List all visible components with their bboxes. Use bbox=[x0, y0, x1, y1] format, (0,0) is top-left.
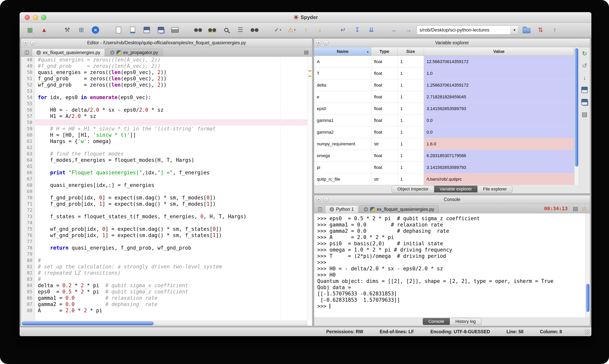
cell-value[interactable]: 12.566370614359172 bbox=[424, 56, 574, 67]
variable-row[interactable]: omegafloat16.283185307179586 bbox=[314, 150, 574, 162]
code-line[interactable]: 69 bbox=[21, 188, 312, 195]
console-tab-history-log[interactable]: History log bbox=[450, 318, 481, 325]
code-line[interactable]: 66 print "Floquet quasienergies[",idx,"]… bbox=[21, 169, 312, 176]
combo-dropdown-icon[interactable]: ▾ bbox=[510, 26, 518, 34]
variable-row[interactable]: pifloat13.141592653589793 bbox=[314, 162, 574, 173]
console-prompt-line[interactable]: >>> bbox=[317, 303, 585, 309]
forward-button[interactable]: → bbox=[404, 25, 413, 35]
cell-value[interactable]: 0.0 bbox=[424, 115, 574, 126]
previous-warning-button[interactable]: ↑ bbox=[301, 25, 310, 35]
cell-value[interactable]: 1.0 bbox=[424, 68, 574, 79]
cell-value[interactable]: 1.2566370614359172 bbox=[424, 79, 574, 91]
code-line[interactable]: 48#quasi_energies = zeros((len(A_vec), 2… bbox=[21, 57, 312, 63]
zoom-window-button[interactable] bbox=[41, 15, 46, 20]
run-cell-button[interactable]: ↧ bbox=[353, 25, 362, 35]
scrollbar-thumb[interactable] bbox=[586, 284, 589, 312]
code-line[interactable]: 75 wf_gnd_prob[idx, 0] = expect(sm.dag()… bbox=[21, 226, 312, 232]
code-line[interactable]: 65 bbox=[21, 163, 312, 169]
code-line[interactable]: 63 # find the floquet modes bbox=[21, 151, 312, 157]
variable-explorer-close-button[interactable]: × bbox=[316, 40, 321, 45]
pythonpath-manager-button[interactable]: ⊞ bbox=[77, 25, 86, 35]
cell-value[interactable]: 1.6.0 bbox=[424, 138, 574, 150]
code-line[interactable]: 78 return quasi_energies, f_gnd_prob, wf… bbox=[21, 245, 312, 251]
quit-button[interactable]: × bbox=[91, 25, 100, 35]
preferences-button[interactable]: ⚒ bbox=[63, 25, 72, 35]
code-line[interactable]: 86gamma1 = 0.0 # relaxation rate bbox=[21, 295, 312, 301]
variable-row[interactable]: gamma1float10.0 bbox=[314, 115, 574, 126]
console-tab-console[interactable]: Console bbox=[423, 318, 450, 325]
code-line[interactable]: 59 # H = H0 + H1 * sin(w * t) in the 'li… bbox=[21, 126, 312, 132]
set-console-directory-button[interactable]: ⇅ bbox=[536, 25, 545, 35]
editor-tab[interactable]: ×ex_propagator.py bbox=[106, 49, 163, 56]
cell-value[interactable]: 3.141592653589793 bbox=[424, 162, 574, 173]
code-line[interactable]: 51f_gnd_prob = zeros((len(eps0_vec), 2)) bbox=[21, 76, 312, 82]
code-line[interactable]: 70 f_gnd_prob[idx, 0] = expect(sm.dag() … bbox=[21, 195, 312, 201]
editor-scrollflag-area[interactable] bbox=[307, 57, 312, 321]
open-directory-button[interactable] bbox=[522, 25, 531, 35]
refresh-periodic-button[interactable]: ↺ bbox=[581, 62, 588, 70]
editor-horizontal-scrollbar[interactable] bbox=[21, 321, 307, 326]
column-header-name[interactable]: Name▲ bbox=[314, 47, 371, 56]
code-line[interactable]: 83# bbox=[21, 276, 312, 282]
parent-directory-button[interactable]: ↑ bbox=[550, 25, 559, 35]
warnings-list-button[interactable]: ⚠▾ bbox=[287, 25, 296, 35]
console-browse-tabs-button[interactable]: ◫ bbox=[316, 205, 324, 213]
code-line[interactable]: 64 f_modes,f_energies = floquet_modes(H,… bbox=[21, 157, 312, 163]
code-editor[interactable]: 48#quasi_energies = zeros((len(A_vec), 2… bbox=[21, 57, 312, 326]
variable-table-scrollbar[interactable] bbox=[574, 47, 579, 185]
column-header-value[interactable]: Value bbox=[424, 47, 574, 56]
warning-flag[interactable] bbox=[308, 76, 311, 77]
next-warning-button[interactable]: ↓ bbox=[315, 25, 324, 35]
code-line[interactable]: 82# (repeated LZ transitions) bbox=[21, 270, 312, 276]
code-line[interactable]: 76 wf_gnd_prob[idx, 1] = expect(sm.dag()… bbox=[21, 232, 312, 238]
code-line[interactable]: 87gamma2 = 0.0 # dephasing rate bbox=[21, 301, 312, 307]
code-line[interactable]: 73 f_states = floquet_states_t(f_modes, … bbox=[21, 213, 312, 220]
code-line[interactable]: 88A = 2.0 * 2 * pi bbox=[21, 307, 312, 314]
tab-close-icon[interactable]: × bbox=[37, 50, 41, 55]
pane-tab-file-explorer[interactable]: File explorer bbox=[478, 185, 512, 193]
code-line[interactable]: 74 bbox=[21, 220, 312, 226]
working-directory-combobox[interactable]: s/rob/Desktop/sci-python-lectures ▾ bbox=[416, 26, 518, 35]
code-line[interactable]: 62 bbox=[21, 144, 312, 151]
minimize-window-button[interactable] bbox=[33, 15, 38, 20]
pane-tab-variable-explorer[interactable]: Variable explorer bbox=[434, 185, 478, 193]
code-line[interactable]: 60 H = [H0, [H1, 'sin(w * t)']] bbox=[21, 132, 312, 138]
save-data-as-button[interactable] bbox=[581, 98, 588, 106]
code-line[interactable]: 85eps0 = 0.5 * 2 * pi # qubit sigma_z co… bbox=[21, 288, 312, 295]
close-window-button[interactable] bbox=[25, 15, 30, 20]
console-tab[interactable]: ×Python 1 bbox=[325, 205, 358, 213]
code-line[interactable]: 68 quasi_energies[idx,:] = f_energies bbox=[21, 182, 312, 188]
code-line[interactable]: 81# set up the calculation: a strongly d… bbox=[21, 263, 312, 270]
maximize-pane-button[interactable]: ▲ bbox=[39, 25, 49, 35]
code-line[interactable]: 58 bbox=[21, 119, 312, 126]
code-line[interactable]: 56 H0 = - delta/2.0 * sx - eps0/2.0 * sz bbox=[21, 107, 312, 113]
editor-close-button[interactable]: × bbox=[23, 40, 28, 45]
find-replace-button[interactable] bbox=[208, 25, 217, 35]
run-line-button[interactable]: ↵ bbox=[339, 25, 348, 35]
run-cell-advance-button[interactable]: ⇊ bbox=[367, 25, 376, 35]
code-line[interactable]: 49#f_gnd_prob = zeros((len(A_vec), 2)) bbox=[21, 63, 312, 69]
console-list-button[interactable]: ▤ bbox=[573, 205, 578, 212]
code-line[interactable]: 77 bbox=[21, 238, 312, 245]
cell-value[interactable]: 3.141592653589793 bbox=[424, 103, 574, 114]
cell-value[interactable]: /Users/rob/.qutiprc bbox=[424, 173, 574, 185]
import-data-button[interactable]: ↓ bbox=[581, 74, 588, 82]
cell-value[interactable]: 2.718281828459045 bbox=[424, 91, 574, 103]
code-line[interactable]: 53 bbox=[21, 88, 312, 94]
column-header-size[interactable]: Size bbox=[398, 47, 424, 56]
code-line[interactable]: 61 Hargs = {'w': omega} bbox=[21, 138, 312, 144]
horizontal-scrollbar-thumb[interactable] bbox=[22, 322, 154, 325]
console-interrupt-button[interactable]: ⚠ bbox=[582, 205, 587, 212]
save-button[interactable] bbox=[142, 25, 151, 35]
editor-undock-button[interactable]: ▫ bbox=[30, 40, 36, 45]
print-button[interactable] bbox=[170, 25, 180, 35]
variable-explorer-undock-button[interactable]: ▫ bbox=[323, 40, 329, 45]
variable-row[interactable]: Tfloat11.0 bbox=[314, 68, 574, 79]
column-header-type[interactable]: Type bbox=[371, 47, 398, 56]
new-file-button[interactable] bbox=[114, 25, 123, 35]
back-button[interactable]: ← bbox=[390, 25, 399, 35]
variable-row[interactable]: Afloat112.566370614359172 bbox=[314, 56, 574, 68]
save-data-button[interactable] bbox=[581, 86, 588, 94]
console-tab[interactable]: ×ex_floquet_quasienergies.py bbox=[359, 205, 439, 213]
code-line[interactable]: 57 H1 = A/2.0 * sz bbox=[21, 113, 312, 119]
